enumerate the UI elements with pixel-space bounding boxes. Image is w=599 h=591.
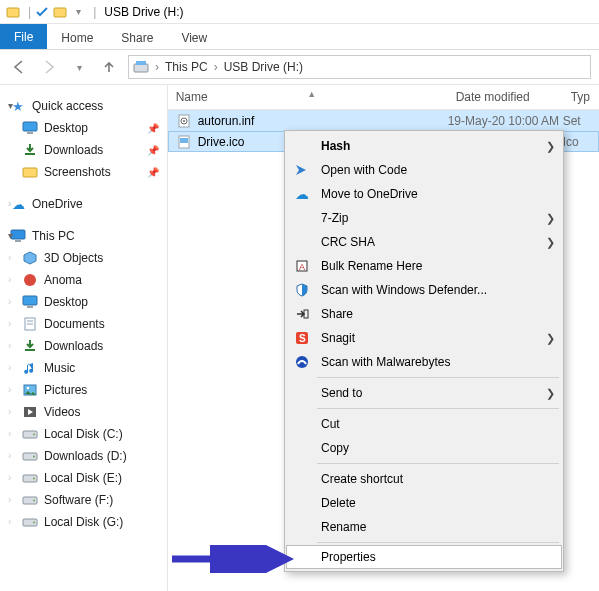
chevron-right-icon: ❯ — [546, 387, 555, 400]
menu-item[interactable]: Rename — [287, 515, 561, 539]
download-icon — [22, 338, 38, 354]
sidebar-this-pc[interactable]: ▾ This PC — [4, 225, 163, 247]
sidebar-item[interactable]: ›Videos — [4, 401, 163, 423]
chevron-right-icon[interactable]: › — [8, 406, 11, 417]
file-name: Drive.ico — [198, 135, 245, 149]
chevron-down-icon[interactable]: ▾ — [8, 100, 13, 111]
qat-folder-icon[interactable] — [53, 5, 67, 19]
blank-icon — [293, 494, 311, 512]
tab-share[interactable]: Share — [107, 27, 167, 49]
sidebar-item-label: 3D Objects — [44, 251, 103, 265]
sidebar-item[interactable]: ›Desktop — [4, 291, 163, 313]
chevron-right-icon[interactable]: › — [214, 60, 218, 74]
menu-item[interactable]: Send to❯ — [287, 381, 561, 405]
menu-item[interactable]: Open with Code — [287, 158, 561, 182]
sidebar-onedrive[interactable]: › ☁ OneDrive — [4, 193, 163, 215]
menu-item[interactable]: SSnagit❯ — [287, 326, 561, 350]
nav-forward-button[interactable] — [38, 56, 60, 78]
menu-item-label: Bulk Rename Here — [321, 259, 422, 273]
sidebar-item[interactable]: Screenshots📌 — [4, 161, 163, 183]
chevron-right-icon[interactable]: › — [8, 384, 11, 395]
menu-item-label: Delete — [321, 496, 356, 510]
menu-item-label: Copy — [321, 441, 349, 455]
column-date[interactable]: Date modified — [448, 90, 563, 104]
chevron-right-icon[interactable]: › — [8, 516, 11, 527]
file-row[interactable]: autorun.inf19-May-20 10:00 AMSet — [168, 110, 599, 131]
titlebar-sep2: | — [93, 5, 96, 19]
chevron-right-icon[interactable]: › — [8, 450, 11, 461]
chevron-down-icon[interactable]: ▾ — [8, 230, 13, 241]
sidebar-item[interactable]: ›Local Disk (E:) — [4, 467, 163, 489]
column-name[interactable]: Name ▲ — [168, 90, 448, 104]
sidebar-item[interactable]: ›Documents — [4, 313, 163, 335]
sidebar-item[interactable]: ›Pictures — [4, 379, 163, 401]
menu-item-label: Move to OneDrive — [321, 187, 418, 201]
nav-recent-dropdown[interactable]: ▾ — [68, 56, 90, 78]
menu-item-label: Open with Code — [321, 163, 407, 177]
chevron-right-icon[interactable]: › — [8, 198, 11, 209]
menu-item[interactable]: Cut — [287, 412, 561, 436]
sidebar-item[interactable]: ›3D Objects — [4, 247, 163, 269]
tab-home[interactable]: Home — [47, 27, 107, 49]
nav-back-button[interactable] — [8, 56, 30, 78]
breadcrumb-leaf[interactable]: USB Drive (H:) — [224, 60, 303, 74]
sidebar-item-label: OneDrive — [32, 197, 83, 211]
chevron-right-icon[interactable]: › — [8, 296, 11, 307]
svg-point-19 — [27, 387, 30, 390]
nav-up-button[interactable] — [98, 56, 120, 78]
sidebar-item[interactable]: ›Local Disk (G:) — [4, 511, 163, 533]
blank-icon — [293, 233, 311, 251]
menu-item[interactable]: 7-Zip❯ — [287, 206, 561, 230]
sidebar-item[interactable]: ›Software (F:) — [4, 489, 163, 511]
sidebar-item[interactable]: Desktop📌 — [4, 117, 163, 139]
sidebar-item-label: Anoma — [44, 273, 82, 287]
chevron-right-icon[interactable]: › — [8, 428, 11, 439]
chevron-right-icon[interactable]: › — [8, 494, 11, 505]
blank-icon — [293, 415, 311, 433]
chevron-right-icon[interactable]: › — [8, 362, 11, 373]
sidebar-item[interactable]: ›Anoma — [4, 269, 163, 291]
tab-view[interactable]: View — [167, 27, 221, 49]
menu-item[interactable]: Copy — [287, 436, 561, 460]
navigation-pane[interactable]: ▾ ★ Quick access Desktop📌Downloads📌Scree… — [0, 85, 168, 591]
svg-text:A: A — [299, 262, 305, 272]
blank-icon — [293, 470, 311, 488]
sidebar-item[interactable]: ›Downloads (D:) — [4, 445, 163, 467]
sidebar-item-label: Pictures — [44, 383, 87, 397]
tab-file[interactable]: File — [0, 24, 47, 49]
sidebar-quick-access[interactable]: ▾ ★ Quick access — [4, 95, 163, 117]
menu-item[interactable]: Scan with Windows Defender... — [287, 278, 561, 302]
breadcrumb-root[interactable]: This PC — [165, 60, 208, 74]
chevron-right-icon[interactable]: › — [8, 318, 11, 329]
menu-item[interactable]: Delete — [287, 491, 561, 515]
menu-item[interactable]: Share — [287, 302, 561, 326]
svg-point-31 — [33, 522, 35, 524]
address-bar[interactable]: › This PC › USB Drive (H:) — [128, 55, 591, 79]
menu-item[interactable]: ABulk Rename Here — [287, 254, 561, 278]
chevron-right-icon[interactable]: › — [8, 472, 11, 483]
chevron-right-icon[interactable]: › — [155, 60, 159, 74]
sidebar-item[interactable]: ›Downloads — [4, 335, 163, 357]
qat-check-icon[interactable] — [35, 5, 49, 19]
sidebar-item[interactable]: Downloads📌 — [4, 139, 163, 161]
menu-item[interactable]: Scan with Malwarebytes — [287, 350, 561, 374]
chevron-right-icon[interactable]: › — [8, 252, 11, 263]
menu-item[interactable]: Create shortcut — [287, 467, 561, 491]
menu-item[interactable]: ☁Move to OneDrive — [287, 182, 561, 206]
menu-item[interactable]: CRC SHA❯ — [287, 230, 561, 254]
chevron-right-icon[interactable]: › — [8, 274, 11, 285]
sidebar-item[interactable]: ›Local Disk (C:) — [4, 423, 163, 445]
sidebar-item-label: Downloads — [44, 143, 103, 157]
sidebar-item-label: Software (F:) — [44, 493, 113, 507]
qat-dropdown-icon[interactable]: ▾ — [71, 5, 85, 19]
column-type[interactable]: Typ — [563, 90, 599, 104]
sidebar-item[interactable]: ›Music — [4, 357, 163, 379]
menu-item[interactable]: Hash❯ — [287, 134, 561, 158]
file-type: Set — [563, 114, 599, 128]
chevron-right-icon[interactable]: › — [8, 340, 11, 351]
sidebar-item-label: This PC — [32, 229, 75, 243]
sidebar-item-label: Desktop — [44, 295, 88, 309]
chevron-right-icon: ❯ — [546, 140, 555, 153]
sidebar-item-label: Quick access — [32, 99, 103, 113]
menu-item[interactable]: Properties — [286, 545, 562, 569]
